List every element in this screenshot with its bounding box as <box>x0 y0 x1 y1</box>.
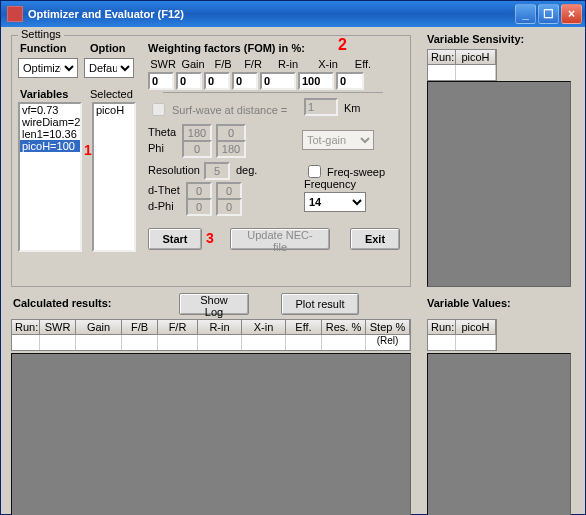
list-item[interactable]: picoH=100 <box>20 140 80 152</box>
dphi-label: d-Phi <box>148 200 174 212</box>
function-select[interactable]: Optimize <box>18 58 78 78</box>
annotation-2: 2 <box>338 36 347 54</box>
app-icon <box>7 6 23 22</box>
freqsweep-label: Freq-sweep <box>327 166 385 178</box>
variables-list[interactable]: vf=0.73 wireDiam=2.e-3 len1=10.36 picoH=… <box>18 102 82 252</box>
frequency-select[interactable]: 14 <box>304 192 366 212</box>
val-gain[interactable] <box>176 72 202 90</box>
dphi-2 <box>216 198 242 216</box>
surfwave-value <box>304 98 338 116</box>
list-item[interactable]: wireDiam=2.e-3 <box>20 116 80 128</box>
dphi-1 <box>186 198 212 216</box>
weighting-label: Weighting factors (FOM) in %: <box>148 42 305 54</box>
theta-label: Theta <box>148 126 176 138</box>
col-gain: Gain <box>178 58 208 70</box>
showlog-button[interactable]: Show Log <box>179 293 249 315</box>
col-swr: SWR <box>148 58 178 70</box>
frequency-label: Frequency <box>304 178 356 190</box>
minimize-button[interactable]: _ <box>515 4 536 24</box>
sensivity-label: Variable Sensivity: <box>427 33 524 45</box>
val-rin[interactable] <box>260 72 296 90</box>
col-xin: X-in <box>308 58 348 70</box>
calculated-label: Calculated results: <box>13 297 111 309</box>
exit-button[interactable]: Exit <box>350 228 400 250</box>
titlebar: Optimizer and Evaluator (F12) _ ☐ × <box>1 1 585 27</box>
surfwave-check <box>152 103 165 116</box>
phi-1 <box>182 140 212 158</box>
col-eff: Eff. <box>348 58 378 70</box>
variables-label: Variables <box>20 88 68 100</box>
phi-2 <box>216 140 246 158</box>
selected-label: Selected <box>90 88 133 100</box>
val-fb[interactable] <box>204 72 230 90</box>
resolution-label: Resolution <box>148 164 200 176</box>
results-grid-area <box>11 353 411 515</box>
surfwave-unit: Km <box>344 102 361 114</box>
values-header: Run: picoH <box>427 319 497 335</box>
option-select[interactable]: Defau <box>84 58 134 78</box>
annotation-1: 1 <box>84 142 92 158</box>
phi-label: Phi <box>148 142 164 154</box>
resolution-value <box>204 162 230 180</box>
plotresult-button[interactable]: Plot result <box>281 293 359 315</box>
function-label: Function <box>20 42 66 54</box>
surfwave-label: Surf-wave at distance = <box>172 104 287 116</box>
col-rin: R-in <box>268 58 308 70</box>
settings-legend: Settings <box>18 28 64 40</box>
val-swr[interactable] <box>148 72 174 90</box>
table-row <box>427 65 497 81</box>
val-eff[interactable] <box>336 72 364 90</box>
list-item[interactable]: len1=10.36 <box>20 128 80 140</box>
freqsweep-check[interactable] <box>308 165 321 178</box>
option-label: Option <box>90 42 125 54</box>
results-header: Run: SWR Gain F/B F/R R-in X-in Eff. Res… <box>11 319 411 335</box>
sensivity-grid-area <box>427 81 571 287</box>
gaintype-select: Tot-gain <box>302 130 374 150</box>
col-fr: F/R <box>238 58 268 70</box>
list-item[interactable]: picoH <box>94 104 134 116</box>
close-button[interactable]: × <box>561 4 582 24</box>
dthet-label: d-Thet <box>148 184 180 196</box>
selected-list[interactable]: picoH <box>92 102 136 252</box>
list-item[interactable]: vf=0.73 <box>20 104 80 116</box>
col-fb: F/B <box>208 58 238 70</box>
table-row <box>427 335 497 351</box>
val-fr[interactable] <box>232 72 258 90</box>
update-nec-button: Update NEC-file <box>230 228 330 250</box>
values-grid-area <box>427 353 571 515</box>
sensivity-header: Run: picoH <box>427 49 497 65</box>
start-button[interactable]: Start <box>148 228 202 250</box>
maximize-button[interactable]: ☐ <box>538 4 559 24</box>
val-xin[interactable] <box>298 72 334 90</box>
values-label: Variable Values: <box>427 297 511 309</box>
window-title: Optimizer and Evaluator (F12) <box>28 8 515 20</box>
annotation-3: 3 <box>206 230 214 246</box>
resolution-unit: deg. <box>236 164 257 176</box>
table-row: (Rel) <box>11 335 411 351</box>
